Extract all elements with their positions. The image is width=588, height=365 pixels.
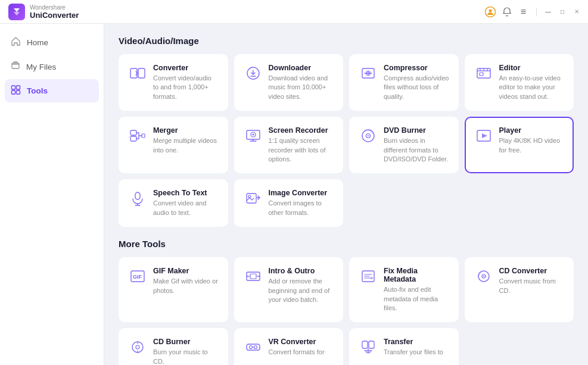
intro-outro-desc: Add or remove the beginning and end of y… <box>269 277 334 304</box>
app-logo: Wondershare UniConverter <box>0 0 104 24</box>
dvd-burner-desc: Burn videos in different formats to DVD/… <box>384 136 449 164</box>
tool-card-transfer[interactable]: Transfer Transfer your files to <box>349 328 459 365</box>
tools-icon <box>11 85 21 97</box>
dvd-burner-text: DVD Burner Burn videos in different form… <box>384 126 449 164</box>
notification-icon[interactable] <box>502 7 512 17</box>
sidebar-item-tools-label: Tools <box>27 86 48 95</box>
speech-to-text-text: Speech To Text Convert video and audio t… <box>153 189 219 217</box>
merger-icon <box>128 126 147 145</box>
speech-to-text-icon <box>128 189 147 208</box>
image-converter-title: Image Converter <box>269 189 334 197</box>
vr-converter-title: VR Converter <box>269 338 334 346</box>
downloader-desc: Download video and music from 10,000+ vi… <box>269 74 334 101</box>
svg-point-40 <box>249 346 252 349</box>
merger-title: Merger <box>153 126 219 135</box>
screen-recorder-icon <box>244 126 263 145</box>
tool-card-image-converter[interactable]: Image Converter Convert images to other … <box>234 179 344 227</box>
compressor-text: Compressor Compress audio/video files wi… <box>384 64 449 101</box>
cd-converter-title: CD Converter <box>499 267 565 275</box>
tool-card-converter[interactable]: Converter Convert video/audio to and fro… <box>119 54 228 111</box>
divider <box>536 8 537 16</box>
svg-point-33 <box>371 277 373 279</box>
tool-card-compressor[interactable]: Compressor Compress audio/video files wi… <box>349 54 459 111</box>
image-converter-desc: Convert images to other formats. <box>269 199 334 217</box>
svg-point-22 <box>368 135 369 136</box>
tool-card-fix-media-metadata[interactable]: Fix Media Metadata Auto-fix and edit met… <box>349 257 459 322</box>
intro-outro-text: Intro & Outro Add or remove the beginnin… <box>269 267 334 304</box>
sidebar-item-tools[interactable]: Tools <box>5 79 99 102</box>
cd-converter-text: CD Converter Convert music from CD. <box>499 267 565 295</box>
editor-icon <box>474 64 493 83</box>
converter-text: Converter Convert video/audio to and fro… <box>153 64 219 101</box>
fix-media-metadata-text: Fix Media Metadata Auto-fix and edit met… <box>384 267 449 313</box>
tool-card-player[interactable]: Player Play 4K/8K HD video for free. <box>465 117 574 173</box>
gif-maker-title: GIF Maker <box>153 267 219 275</box>
avatar-icon[interactable] <box>485 7 496 17</box>
dvd-burner-icon <box>359 126 378 145</box>
player-icon <box>474 126 493 145</box>
svg-rect-16 <box>142 134 145 138</box>
svg-rect-43 <box>369 341 374 348</box>
svg-point-38 <box>136 345 139 349</box>
tool-card-speech-to-text[interactable]: Speech To Text Convert video and audio t… <box>119 179 228 227</box>
player-text: Player Play 4K/8K HD video for free. <box>499 126 565 155</box>
fix-media-metadata-icon <box>359 267 378 286</box>
transfer-title: Transfer <box>384 338 449 346</box>
svg-point-19 <box>252 134 254 136</box>
compressor-title: Compressor <box>384 64 449 72</box>
minimize-button[interactable]: — <box>544 8 552 16</box>
cd-burner-title: CD Burner <box>153 338 219 346</box>
dvd-burner-title: DVD Burner <box>384 126 449 135</box>
cd-burner-desc: Burn your music to CD. <box>153 348 219 365</box>
tool-card-gif-maker[interactable]: GIF GIF Maker Make Gif with video or pho… <box>119 257 228 322</box>
vr-converter-icon <box>244 338 263 357</box>
tool-card-intro-outro[interactable]: Intro & Outro Add or remove the beginnin… <box>234 257 344 322</box>
transfer-text: Transfer Transfer your files to <box>384 338 449 357</box>
logo-text: Wondershare UniConverter <box>30 4 79 20</box>
gif-maker-desc: Make Gif with video or photos. <box>153 277 219 295</box>
logo-icon <box>8 4 25 20</box>
speech-to-text-desc: Convert video and audio to text. <box>153 199 219 217</box>
close-button[interactable]: ✕ <box>573 8 581 16</box>
screen-recorder-desc: 1:1 quality screen recorder with lots of… <box>269 136 334 164</box>
svg-point-41 <box>254 346 257 349</box>
maximize-button[interactable]: □ <box>558 8 567 16</box>
menu-icon[interactable]: ≡ <box>518 7 529 17</box>
tool-card-cd-burner[interactable]: CD Burner Burn your music to CD. <box>119 328 228 365</box>
speech-to-text-title: Speech To Text <box>153 189 219 197</box>
sidebar-item-home[interactable]: Home <box>0 31 104 54</box>
tool-card-editor[interactable]: Editor An easy-to-use video editor to ma… <box>465 54 574 111</box>
player-desc: Play 4K/8K HD video for free. <box>499 136 565 155</box>
compressor-icon <box>359 64 378 83</box>
title-bar: Wondershare UniConverter ≡ — □ ✕ <box>0 0 588 24</box>
sidebar-item-myfiles-label: My Files <box>26 63 56 71</box>
tool-card-screen-recorder[interactable]: Screen Recorder 1:1 quality screen recor… <box>234 117 344 173</box>
intro-outro-title: Intro & Outro <box>269 267 334 275</box>
vr-converter-desc: Convert formats for <box>269 348 334 357</box>
compressor-desc: Compress audio/video files without loss … <box>384 74 449 101</box>
svg-text:GIF: GIF <box>133 274 142 280</box>
gif-maker-text: GIF Maker Make Gif with video or photos. <box>153 267 219 295</box>
cd-burner-text: CD Burner Burn your music to CD. <box>153 338 219 365</box>
merger-text: Merger Merge multiple videos into one. <box>153 126 219 155</box>
transfer-icon <box>359 338 378 357</box>
sidebar-item-home-label: Home <box>27 38 48 47</box>
image-converter-text: Image Converter Convert images to other … <box>269 189 334 217</box>
svg-marker-24 <box>482 133 487 138</box>
tool-card-dvd-burner[interactable]: DVD Burner Burn videos in different form… <box>349 117 459 173</box>
sidebar: Home My Files Tools <box>0 24 104 365</box>
sidebar-item-myfiles[interactable]: My Files <box>0 55 104 78</box>
fix-media-metadata-desc: Auto-fix and edit metadata of media file… <box>384 285 449 313</box>
tool-card-vr-converter[interactable]: VR Converter Convert formats for <box>234 328 344 365</box>
converter-desc: Convert video/audio to and from 1,000+ f… <box>153 74 219 101</box>
app-body: Home My Files Tools Video/Audio/Image <box>0 24 588 365</box>
svg-point-36 <box>483 276 484 277</box>
tool-card-cd-converter[interactable]: CD Converter Convert music from CD. <box>465 257 574 322</box>
home-icon <box>11 36 21 49</box>
editor-text: Editor An easy-to-use video editor to ma… <box>499 64 565 101</box>
myfiles-icon <box>11 61 20 73</box>
svg-rect-15 <box>130 136 136 141</box>
tool-card-merger[interactable]: Merger Merge multiple videos into one. <box>119 117 228 173</box>
svg-point-1 <box>489 9 492 12</box>
tool-card-downloader[interactable]: Downloader Download video and music from… <box>234 54 344 111</box>
